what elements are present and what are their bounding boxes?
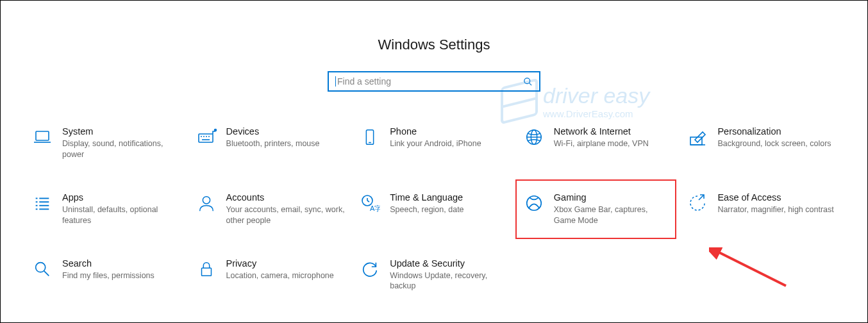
tile-title: Time & Language	[390, 192, 509, 203]
tile-update[interactable]: Update & SecurityWindows Update, recover…	[355, 254, 513, 296]
tile-description: Location, camera, microphone	[226, 270, 346, 281]
ease-icon	[687, 192, 708, 214]
svg-rect-4	[199, 134, 213, 142]
tile-personalization[interactable]: PersonalizationBackground, lock screen, …	[683, 122, 840, 164]
apps-icon	[31, 192, 53, 214]
tile-title: Ease of Access	[717, 192, 837, 203]
tile-text: AppsUninstall, defaults, optional featur…	[62, 192, 181, 226]
tile-devices[interactable]: DevicesBluetooth, printers, mouse	[192, 122, 349, 164]
keyboard-icon	[196, 126, 217, 148]
svg-line-34	[44, 270, 49, 276]
tile-description: Find my files, permissions	[62, 270, 181, 281]
svg-line-32	[699, 195, 704, 200]
tile-text: Time & LanguageSpeech, region, date	[390, 192, 509, 215]
tile-description: Your accounts, email, sync, work, other …	[226, 204, 346, 226]
page-title: Windows Settings	[1, 37, 867, 53]
settings-grid: SystemDisplay, sound, notifications, pow…	[1, 122, 867, 295]
tile-text: SystemDisplay, sound, notifications, pow…	[62, 126, 181, 160]
tile-title: Network & Internet	[554, 126, 673, 137]
search-icon	[523, 77, 533, 87]
tile-title: Apps	[62, 192, 181, 203]
tile-description: Speech, region, date	[390, 204, 509, 215]
pen-icon	[687, 126, 708, 148]
search-input[interactable]: Find a setting	[328, 71, 540, 92]
tile-search[interactable]: SearchFind my files, permissions	[28, 254, 185, 296]
phone-icon	[359, 126, 381, 148]
tile-title: Gaming	[554, 192, 672, 203]
tile-description: Display, sound, notifications, power	[62, 138, 181, 160]
tile-phone[interactable]: PhoneLink your Android, iPhone	[355, 122, 513, 164]
tile-description: Narrator, magnifier, high contrast	[717, 204, 837, 215]
tile-text: GamingXbox Game Bar, captures, Game Mode	[554, 192, 672, 226]
laptop-icon	[31, 126, 53, 148]
tile-description: Link your Android, iPhone	[390, 138, 509, 149]
svg-point-0	[524, 78, 530, 83]
tile-title: Search	[62, 258, 181, 269]
tile-text: AccountsYour accounts, email, sync, work…	[226, 192, 346, 226]
tile-text: PersonalizationBackground, lock screen, …	[717, 126, 837, 149]
tile-description: Background, lock screen, colors	[717, 138, 837, 149]
svg-text:A字: A字	[370, 204, 380, 212]
tile-description: Windows Update, recovery, backup	[390, 270, 509, 292]
tile-title: Phone	[390, 126, 509, 137]
search-container: Find a setting	[1, 71, 867, 92]
tile-description: Wi-Fi, airplane mode, VPN	[554, 138, 673, 149]
search-icon	[31, 258, 53, 280]
update-icon	[359, 258, 381, 280]
tile-description: Bluetooth, printers, mouse	[226, 138, 346, 149]
tile-accounts[interactable]: AccountsYour accounts, email, sync, work…	[192, 188, 349, 230]
tile-apps[interactable]: AppsUninstall, defaults, optional featur…	[28, 188, 185, 230]
svg-point-33	[36, 262, 46, 272]
tile-text: Update & SecurityWindows Update, recover…	[390, 258, 509, 292]
tile-description: Xbox Game Bar, captures, Game Mode	[554, 204, 672, 226]
tile-text: PrivacyLocation, camera, microphone	[226, 258, 346, 281]
tile-text: DevicesBluetooth, printers, mouse	[226, 126, 346, 149]
tile-network[interactable]: Network & InternetWi-Fi, airplane mode, …	[519, 122, 677, 164]
person-icon	[196, 192, 217, 214]
time-lang-icon: A字	[359, 192, 381, 214]
svg-rect-35	[201, 268, 211, 276]
tile-title: System	[62, 126, 181, 137]
tile-ease[interactable]: Ease of AccessNarrator, magnifier, high …	[683, 188, 840, 230]
xbox-icon	[523, 192, 545, 214]
svg-line-29	[367, 201, 369, 202]
tile-description: Uninstall, defaults, optional features	[62, 204, 181, 226]
text-cursor	[335, 76, 336, 87]
tile-text: PhoneLink your Android, iPhone	[390, 126, 509, 149]
tile-title: Privacy	[226, 258, 346, 269]
tile-text: Ease of AccessNarrator, magnifier, high …	[717, 192, 837, 215]
tile-system[interactable]: SystemDisplay, sound, notifications, pow…	[28, 122, 185, 164]
search-placeholder: Find a setting	[337, 76, 523, 87]
lock-icon	[196, 258, 217, 280]
tile-time[interactable]: A字Time & LanguageSpeech, region, date	[355, 188, 513, 230]
svg-rect-2	[36, 131, 49, 140]
globe-icon	[523, 126, 545, 148]
tile-text: Network & InternetWi-Fi, airplane mode, …	[554, 126, 673, 149]
tile-title: Devices	[226, 126, 346, 137]
tile-title: Update & Security	[390, 258, 509, 269]
svg-line-1	[529, 83, 531, 85]
tile-title: Personalization	[717, 126, 837, 137]
svg-point-26	[203, 196, 210, 203]
tile-privacy[interactable]: PrivacyLocation, camera, microphone	[192, 254, 349, 296]
svg-point-10	[214, 129, 216, 131]
tile-text: SearchFind my files, permissions	[62, 258, 181, 281]
tile-gaming[interactable]: GamingXbox Game Bar, captures, Game Mode	[515, 179, 677, 239]
tile-title: Accounts	[226, 192, 346, 203]
